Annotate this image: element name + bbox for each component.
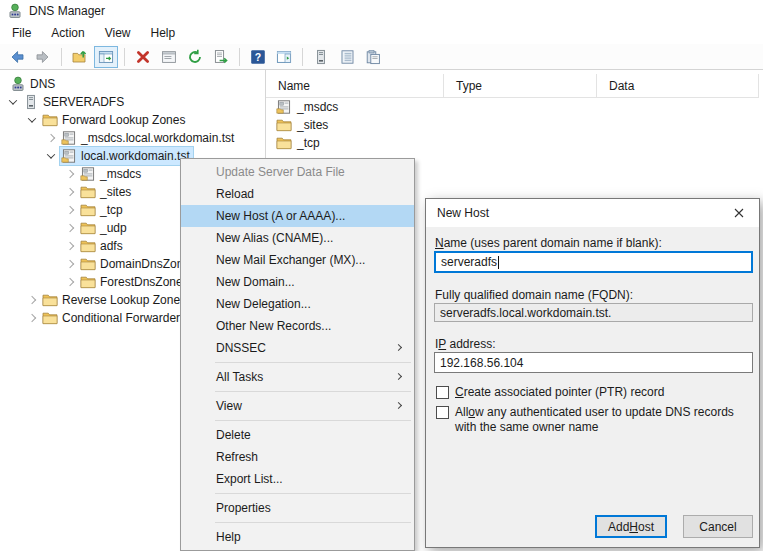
context-menu: Update Server Data File Reload New Host … bbox=[180, 158, 415, 551]
ptr-record-checkbox-row: Create associated pointer (PTR) record bbox=[436, 385, 664, 399]
menu-file[interactable]: File bbox=[2, 23, 41, 43]
ip-address-input[interactable]: 192.168.56.104 bbox=[434, 352, 753, 373]
menu-item-update-server-data-file: Update Server Data File bbox=[181, 161, 414, 183]
tree-item-label: local.workdomain.tst bbox=[81, 149, 190, 163]
tree-item-label: _sites bbox=[100, 185, 131, 199]
allow-update-checkbox[interactable] bbox=[436, 406, 449, 419]
menu-bar: File Action View Help bbox=[0, 22, 763, 44]
column-header-type[interactable]: Type bbox=[444, 74, 597, 97]
menu-item-new-delegation[interactable]: New Delegation... bbox=[181, 293, 414, 315]
menu-item-reload[interactable]: Reload bbox=[181, 183, 414, 205]
title-bar: DNS Manager bbox=[0, 0, 763, 22]
folder-icon bbox=[80, 238, 96, 254]
toolbar-properties-button[interactable] bbox=[157, 46, 181, 68]
folder-icon bbox=[80, 256, 96, 272]
toolbar-server-button[interactable] bbox=[309, 46, 333, 68]
chevron-expanded-icon[interactable] bbox=[4, 99, 21, 105]
chevron-collapsed-icon[interactable] bbox=[61, 261, 78, 267]
toolbar-up-one-level-button[interactable] bbox=[68, 46, 92, 68]
chevron-collapsed-icon[interactable] bbox=[42, 135, 59, 141]
tree-item-label: SERVERADFS bbox=[43, 95, 124, 109]
folder-icon bbox=[276, 117, 292, 133]
add-host-button[interactable]: Add Host bbox=[595, 515, 667, 538]
up-one-level-icon bbox=[72, 49, 88, 65]
tree-item-dns[interactable]: DNS bbox=[0, 75, 265, 93]
export-list-icon bbox=[213, 49, 229, 65]
menu-view[interactable]: View bbox=[95, 23, 141, 43]
menu-item-label: View bbox=[216, 399, 242, 413]
menu-item-new-mail-exchanger[interactable]: New Mail Exchanger (MX)... bbox=[181, 249, 414, 271]
toolbar bbox=[0, 44, 763, 70]
menu-item-view[interactable]: View bbox=[181, 395, 414, 417]
toolbar-export-list-button[interactable] bbox=[209, 46, 233, 68]
tree-item-label: Forward Lookup Zones bbox=[62, 113, 185, 127]
folder-icon bbox=[80, 184, 96, 200]
zone-icon bbox=[276, 99, 292, 115]
toolbar-help-button[interactable] bbox=[246, 46, 270, 68]
refresh-icon bbox=[187, 49, 203, 65]
menu-item-new-alias[interactable]: New Alias (CNAME)... bbox=[181, 227, 414, 249]
list-item-label: _sites bbox=[297, 118, 328, 132]
server-icon bbox=[23, 94, 39, 110]
folder-icon bbox=[42, 112, 58, 128]
menu-item-other-new-records[interactable]: Other New Records... bbox=[181, 315, 414, 337]
menu-action[interactable]: Action bbox=[41, 23, 94, 43]
tree-item-label: Conditional Forwarders bbox=[62, 311, 186, 325]
delete-icon bbox=[135, 49, 151, 65]
toolbar-separator bbox=[239, 48, 240, 66]
chevron-collapsed-icon[interactable] bbox=[61, 279, 78, 285]
toolbar-show-action-pane-button[interactable] bbox=[272, 46, 296, 68]
menu-item-export-list[interactable]: Export List... bbox=[181, 468, 414, 490]
toolbar-delete-button[interactable] bbox=[131, 46, 155, 68]
tree-item-msdcs-local-workdomain-tst[interactable]: _msdcs.local.workdomain.tst bbox=[0, 129, 265, 147]
chevron-collapsed-icon[interactable] bbox=[61, 207, 78, 213]
menu-item-refresh[interactable]: Refresh bbox=[181, 446, 414, 468]
chevron-collapsed-icon[interactable] bbox=[61, 225, 78, 231]
menu-item-properties[interactable]: Properties bbox=[181, 497, 414, 519]
list-item-sites[interactable]: _sites bbox=[266, 116, 763, 134]
dns-root-icon bbox=[10, 76, 26, 92]
chevron-collapsed-icon[interactable] bbox=[61, 189, 78, 195]
tree-item-label: _udp bbox=[100, 221, 127, 235]
ptr-record-checkbox[interactable] bbox=[436, 386, 449, 399]
submenu-arrow-icon bbox=[395, 344, 402, 351]
toolbar-back-button[interactable] bbox=[5, 46, 29, 68]
menu-separator bbox=[215, 420, 411, 421]
chevron-expanded-icon[interactable] bbox=[23, 117, 40, 123]
menu-item-all-tasks[interactable]: All Tasks bbox=[181, 366, 414, 388]
toolbar-refresh-button[interactable] bbox=[183, 46, 207, 68]
dialog-title: New Host bbox=[437, 206, 489, 220]
folder-icon bbox=[80, 220, 96, 236]
toolbar-forward-button[interactable] bbox=[31, 46, 55, 68]
window-title: DNS Manager bbox=[29, 4, 105, 18]
zone-icon bbox=[61, 148, 77, 164]
menu-help[interactable]: Help bbox=[141, 23, 186, 43]
chevron-collapsed-icon[interactable] bbox=[23, 297, 40, 303]
chevron-collapsed-icon[interactable] bbox=[61, 171, 78, 177]
chevron-expanded-icon[interactable] bbox=[42, 153, 59, 159]
fqdn-value: serveradfs.local.workdomain.tst. bbox=[440, 306, 611, 320]
toolbar-separator bbox=[61, 48, 62, 66]
menu-item-dnssec[interactable]: DNSSEC bbox=[181, 337, 414, 359]
menu-item-delete[interactable]: Delete bbox=[181, 424, 414, 446]
list-item-msdcs[interactable]: _msdcs bbox=[266, 98, 763, 116]
tree-item-serveradfs[interactable]: SERVERADFS bbox=[0, 93, 265, 111]
menu-item-help[interactable]: Help bbox=[181, 526, 414, 548]
name-input[interactable]: serveradfs bbox=[434, 251, 753, 273]
menu-item-label: All Tasks bbox=[216, 370, 263, 384]
cancel-button[interactable]: Cancel bbox=[683, 515, 753, 538]
list-item-label: _tcp bbox=[297, 136, 320, 150]
toolbar-show-console-tree-button[interactable] bbox=[94, 46, 118, 68]
tree-item-forward-lookup-zones[interactable]: Forward Lookup Zones bbox=[0, 111, 265, 129]
column-header-name[interactable]: Name bbox=[266, 74, 444, 97]
column-header-data[interactable]: Data bbox=[597, 74, 759, 97]
chevron-collapsed-icon[interactable] bbox=[61, 243, 78, 249]
menu-item-new-domain[interactable]: New Domain... bbox=[181, 271, 414, 293]
toolbar-record-list-button[interactable] bbox=[335, 46, 359, 68]
console-tree-icon bbox=[98, 49, 114, 65]
chevron-collapsed-icon[interactable] bbox=[23, 315, 40, 321]
menu-item-new-host[interactable]: New Host (A or AAAA)... bbox=[181, 205, 414, 227]
toolbar-clipboard-button[interactable] bbox=[361, 46, 385, 68]
dialog-close-button[interactable] bbox=[719, 199, 759, 227]
list-item-tcp[interactable]: _tcp bbox=[266, 134, 763, 152]
